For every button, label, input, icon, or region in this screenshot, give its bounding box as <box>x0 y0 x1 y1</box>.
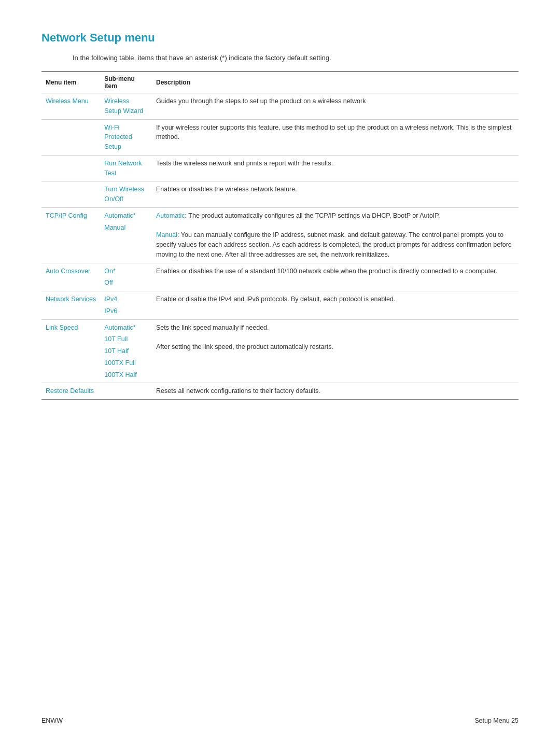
sub-item-manual: Manual <box>104 223 148 233</box>
sub-menu-wireless-setup-wizard: Wireless Setup Wizard <box>100 93 152 120</box>
desc-link-speed: Sets the link speed manually if needed. … <box>152 319 519 383</box>
sub-item-ipv4: IPv4 <box>104 294 148 304</box>
menu-item-link-speed: Link Speed <box>41 319 100 383</box>
col-header-description: Description <box>152 72 519 93</box>
sub-item-off: Off <box>104 278 148 288</box>
page-footer: ENWW Setup Menu 25 <box>41 717 519 724</box>
sub-item-100tx-full: 100TX Full <box>104 358 148 368</box>
desc-network-services: Enable or disable the IPv4 and IPv6 prot… <box>152 291 519 320</box>
menu-item-wireless-empty3 <box>41 181 100 208</box>
sub-item-on: On* <box>104 266 148 276</box>
desc-run-network-test: Tests the wireless network and prints a … <box>152 155 519 181</box>
desc-wifi-protected: If your wireless router supports this fe… <box>152 119 519 155</box>
sub-item-ipv6: IPv6 <box>104 306 148 316</box>
desc-link-manual: Manual <box>156 231 177 238</box>
sub-menu-network-services: IPv4 IPv6 <box>100 291 152 320</box>
table-row: Link Speed Automatic* 10T Full 10T Half … <box>41 319 519 383</box>
table-row: Run Network Test Tests the wireless netw… <box>41 155 519 181</box>
page-title: Network Setup menu <box>41 31 519 45</box>
network-setup-table: Menu item Sub-menu item Description Wire… <box>41 71 519 400</box>
sub-menu-link-speed: Automatic* 10T Full 10T Half 100TX Full … <box>100 319 152 383</box>
desc-tcpip: Automatic: The product automatically con… <box>152 207 519 263</box>
menu-item-network-services: Network Services <box>41 291 100 320</box>
sub-menu-turn-wireless: Turn Wireless On/Off <box>100 181 152 208</box>
col-header-sub-menu-item: Sub-menu item <box>100 72 152 93</box>
table-row: Restore Defaults Resets all network conf… <box>41 383 519 400</box>
menu-item-wireless-empty <box>41 119 100 155</box>
sub-menu-tcpip: Automatic* Manual <box>100 207 152 263</box>
table-row: Auto Crossover On* Off Enables or disabl… <box>41 263 519 291</box>
desc-turn-wireless: Enables or disables the wireless network… <box>152 181 519 208</box>
table-row: Turn Wireless On/Off Enables or disables… <box>41 181 519 208</box>
sub-item-10t-full: 10T Full <box>104 334 148 344</box>
sub-item-automatic-link: Automatic* <box>104 323 148 333</box>
menu-item-wireless-empty2 <box>41 155 100 181</box>
table-row: Network Services IPv4 IPv6 Enable or dis… <box>41 291 519 320</box>
menu-item-auto-crossover: Auto Crossover <box>41 263 100 291</box>
col-header-menu-item: Menu item <box>41 72 100 93</box>
intro-text: In the following table, items that have … <box>73 54 519 62</box>
sub-menu-crossover: On* Off <box>100 263 152 291</box>
menu-item-wireless: Wireless Menu <box>41 93 100 120</box>
sub-menu-restore-defaults <box>100 383 152 400</box>
desc-wireless-setup-wizard: Guides you through the steps to set up t… <box>152 93 519 120</box>
menu-item-restore-defaults: Restore Defaults <box>41 383 100 400</box>
table-row: TCP/IP Config Automatic* Manual Automati… <box>41 207 519 263</box>
footer-left: ENWW <box>41 717 63 724</box>
sub-item-100tx-half: 100TX Half <box>104 370 148 380</box>
table-row: Wi-Fi Protected Setup If your wireless r… <box>41 119 519 155</box>
footer-right: Setup Menu 25 <box>474 717 519 724</box>
sub-item-10t-half: 10T Half <box>104 346 148 356</box>
desc-auto-crossover: Enables or disables the use of a standar… <box>152 263 519 291</box>
desc-restore-defaults: Resets all network configurations to the… <box>152 383 519 400</box>
sub-item-automatic: Automatic* <box>104 211 148 221</box>
table-row: Wireless Menu Wireless Setup Wizard Guid… <box>41 93 519 120</box>
sub-menu-run-network-test: Run Network Test <box>100 155 152 181</box>
sub-menu-wifi-protected: Wi-Fi Protected Setup <box>100 119 152 155</box>
desc-link-automatic: Automatic <box>156 212 185 219</box>
menu-item-tcpip: TCP/IP Config <box>41 207 100 263</box>
